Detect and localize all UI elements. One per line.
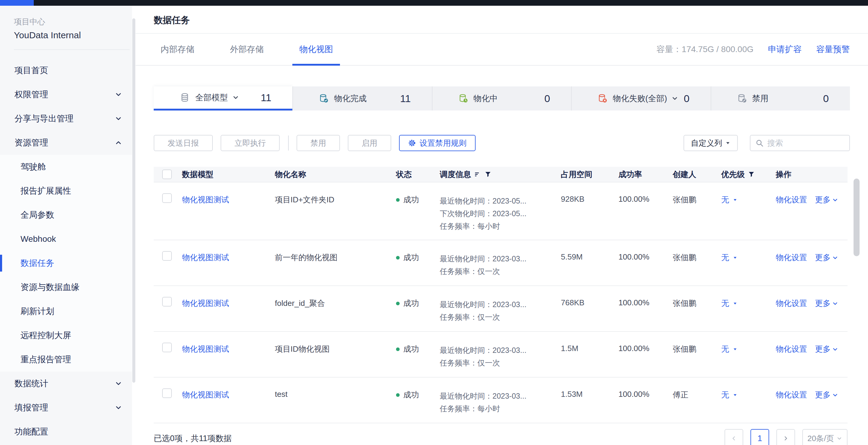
- chevron-down-icon[interactable]: [671, 95, 678, 102]
- chevron-down-icon: [115, 91, 122, 98]
- col-schedule: 调度信息: [440, 169, 561, 180]
- project-name[interactable]: YouData Internal: [14, 30, 122, 40]
- col-size: 占用空间: [561, 169, 618, 180]
- materialize-settings-link[interactable]: 物化设置: [776, 252, 807, 263]
- materialize-settings-link[interactable]: 物化设置: [776, 344, 807, 354]
- schedule-info: 最近物化时间：2023-05... 下次物化时间：2023-05... 任务频率…: [440, 182, 561, 233]
- table-row: 物化视图测试 folder_id_聚合 成功 最近物化时间：2023-03...…: [154, 286, 847, 332]
- sidebar-item-lineage[interactable]: 资源与数据血缘: [0, 275, 135, 299]
- chevron-down-icon[interactable]: [232, 94, 239, 101]
- table-row: 物化视图测试 项目ID+文件夹ID 成功 最近物化时间：2023-05... 下…: [154, 182, 847, 240]
- more-dropdown[interactable]: 更多: [815, 389, 838, 400]
- chevron-down-icon: [832, 346, 838, 352]
- model-link[interactable]: 物化视图测试: [182, 253, 229, 262]
- model-link[interactable]: 物化视图测试: [182, 299, 229, 308]
- filter-icon[interactable]: [748, 171, 755, 178]
- table-toolbar: 发送日报 立即执行 禁用 启用 设置禁用规则: [154, 135, 850, 151]
- priority-dropdown[interactable]: 无: [721, 389, 776, 400]
- row-checkbox[interactable]: [162, 193, 172, 203]
- filter-card-materialized-done[interactable]: 物化完成 11: [292, 87, 432, 110]
- sidebar-item-share-export[interactable]: 分享与导出管理: [0, 107, 135, 131]
- model-link[interactable]: 物化视图测试: [182, 344, 229, 353]
- sidebar-item-resource-mgmt[interactable]: 资源管理: [0, 131, 135, 155]
- materialize-settings-link[interactable]: 物化设置: [776, 298, 807, 309]
- sidebar-item-cockpit[interactable]: 驾驶舱: [0, 155, 135, 179]
- row-checkbox[interactable]: [162, 297, 172, 307]
- disable-button[interactable]: 禁用: [297, 135, 340, 151]
- sidebar-item-remote-screen[interactable]: 远程控制大屏: [0, 323, 135, 347]
- filter-card-materialize-failed[interactable]: 物化失败(全部) 0: [571, 87, 710, 110]
- sidebar-item-report-ext[interactable]: 报告扩展属性: [0, 179, 135, 203]
- sidebar-item-webhook[interactable]: Webhook: [0, 227, 135, 251]
- col-creator: 创建人: [673, 169, 721, 180]
- priority-dropdown[interactable]: 无: [721, 195, 776, 205]
- sidebar-item-feature-config[interactable]: 功能配置: [0, 420, 135, 444]
- more-dropdown[interactable]: 更多: [815, 252, 838, 263]
- priority-dropdown[interactable]: 无: [721, 252, 776, 263]
- sidebar-item-data-tasks[interactable]: 数据任务: [0, 251, 135, 275]
- set-disable-rules-button[interactable]: 设置禁用规则: [399, 135, 475, 151]
- send-daily-button[interactable]: 发送日报: [154, 135, 213, 151]
- sidebar-item-global-params[interactable]: 全局参数: [0, 203, 135, 227]
- search-input[interactable]: [767, 138, 844, 148]
- pagination: 1 20条/页: [717, 429, 847, 445]
- row-actions: 物化设置 更多: [776, 240, 847, 263]
- success-rate-value: 100.00%: [618, 378, 673, 399]
- sort-icon[interactable]: [474, 171, 481, 178]
- row-checkbox[interactable]: [162, 343, 172, 352]
- enable-button[interactable]: 启用: [348, 135, 391, 151]
- filter-card-disabled[interactable]: 禁用 0: [711, 87, 850, 110]
- size-value: 5.59M: [561, 240, 618, 262]
- database-check-icon: [319, 94, 329, 103]
- capacity-alert-link[interactable]: 容量预警: [816, 44, 850, 55]
- page-size-select[interactable]: 20条/页: [802, 429, 847, 445]
- row-checkbox[interactable]: [162, 388, 172, 398]
- status-badge: 成功: [396, 252, 440, 263]
- size-value: 1.5M: [561, 332, 618, 353]
- row-checkbox[interactable]: [162, 251, 172, 261]
- more-dropdown[interactable]: 更多: [815, 344, 838, 354]
- row-actions: 物化设置 更多: [776, 332, 847, 354]
- filter-icon[interactable]: [484, 171, 492, 178]
- tab-external-storage[interactable]: 外部存储: [223, 34, 271, 65]
- tab-materialized-view[interactable]: 物化视图: [292, 34, 340, 65]
- sidebar-item-form-mgmt[interactable]: 填报管理: [0, 396, 135, 420]
- materialize-settings-link[interactable]: 物化设置: [776, 195, 807, 205]
- model-link[interactable]: 物化视图测试: [182, 390, 229, 399]
- sidebar-item-permission[interactable]: 权限管理: [0, 82, 135, 107]
- sidebar-item-key-reports[interactable]: 重点报告管理: [0, 347, 135, 372]
- chevron-down-icon: [832, 392, 838, 398]
- capacity-value: 174.75G / 800.00G: [682, 44, 753, 54]
- prev-page-button[interactable]: [724, 429, 743, 445]
- next-page-button[interactable]: [776, 429, 795, 445]
- creator-name: 傅正: [673, 378, 721, 400]
- more-dropdown[interactable]: 更多: [815, 298, 838, 309]
- page-1-button[interactable]: 1: [750, 429, 769, 445]
- sidebar-item-refresh-plan[interactable]: 刷新计划: [0, 299, 135, 323]
- more-dropdown[interactable]: 更多: [815, 195, 838, 205]
- run-now-button[interactable]: 立即执行: [221, 135, 280, 151]
- sidebar-item-data-stats[interactable]: 数据统计: [0, 372, 135, 396]
- filter-card-materializing[interactable]: 物化中 0: [432, 87, 571, 110]
- success-dot-icon: [396, 347, 400, 351]
- apply-expand-link[interactable]: 申请扩容: [768, 44, 802, 55]
- select-all-checkbox[interactable]: [162, 170, 172, 179]
- tab-internal-storage[interactable]: 内部存储: [154, 34, 201, 65]
- card-count: 0: [544, 93, 550, 104]
- creator-name: 张佃鹏: [673, 332, 721, 354]
- filter-card-all-models[interactable]: 全部模型 11: [154, 87, 292, 110]
- success-rate-value: 100.00%: [618, 240, 673, 262]
- chevron-down-icon: [836, 435, 842, 441]
- model-link[interactable]: 物化视图测试: [182, 195, 229, 204]
- page-title: 数据任务: [154, 14, 868, 27]
- card-count: 0: [823, 93, 829, 104]
- size-value: 928KB: [561, 182, 618, 204]
- sidebar-item-project-home[interactable]: 项目首页: [0, 59, 135, 82]
- status-badge: 成功: [396, 298, 440, 309]
- custom-columns-button[interactable]: 自定义列: [684, 135, 738, 151]
- priority-dropdown[interactable]: 无: [721, 344, 776, 354]
- priority-dropdown[interactable]: 无: [721, 298, 776, 309]
- table-scrollbar[interactable]: [854, 178, 860, 256]
- sidebar-scrollbar[interactable]: [132, 19, 135, 383]
- materialize-settings-link[interactable]: 物化设置: [776, 389, 807, 400]
